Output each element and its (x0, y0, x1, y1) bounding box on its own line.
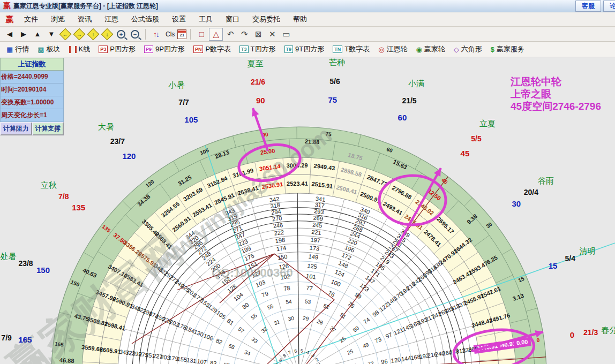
pan-left-icon[interactable]: ← (59, 28, 72, 40)
tool-hexagon[interactable]: ◇六角形 (449, 43, 486, 55)
titlebar-button-forum[interactable]: 论坛 (603, 1, 615, 12)
axis-degree-label: 120 (122, 151, 136, 161)
menu-窗口[interactable]: 窗口 (219, 13, 246, 26)
solar-term-date: 23/7 (110, 137, 125, 146)
tool-quotes[interactable]: ▦行情 (2, 43, 33, 55)
integer-value: 54 (286, 298, 292, 305)
integer-value: 347 (119, 348, 130, 356)
gann-wheel-canvas: 01530456075901051201351501653.136.259.38… (0, 57, 615, 364)
solar-term-date: 21/3 (583, 328, 598, 337)
draw-arc-ccw-icon[interactable]: ↶ (224, 28, 237, 40)
tool-gann-wheel[interactable]: ◎江恩轮 (374, 43, 411, 55)
tool-9p-square[interactable]: P99P四方形 (140, 43, 189, 55)
draw-arc-cw-icon[interactable]: ↷ (238, 28, 251, 40)
zoom-out-icon[interactable]: − (131, 30, 139, 39)
menu-items: 文件浏览资讯江恩公式选股设置工具窗口交易委托帮助 (18, 13, 313, 26)
solar-term-date: 7/8 (58, 192, 69, 201)
calendar-tool-icon[interactable]: 21 (177, 29, 186, 39)
tool-label: P数字表 (205, 44, 231, 54)
menu-文件[interactable]: 文件 (18, 13, 44, 26)
menu-设置[interactable]: 设置 (166, 13, 192, 26)
integer-value: 198 (275, 237, 286, 244)
tool-p-number-table[interactable]: PNP数字表 (189, 43, 235, 55)
tool-label: T数字表 (344, 44, 370, 54)
solar-term-date: 7/9 (1, 333, 12, 342)
titlebar-button-service[interactable]: 客服 (575, 1, 601, 12)
tool-bar: ◀▶▲▼←→↑↓+−↑↓Cls21□△↶↷⊠✕▭ (0, 27, 615, 42)
cls-tool-icon[interactable]: Cls (164, 28, 176, 40)
tool-t-number-table[interactable]: TNT数字表 (328, 43, 374, 55)
solar-term-date: 21/6 (251, 78, 265, 86)
menu-公式选股[interactable]: 公式选股 (125, 13, 166, 26)
menu-工具[interactable]: 工具 (192, 13, 219, 26)
integer-value: 269 (313, 214, 324, 222)
draw-boxed-x-icon[interactable]: ⊠ (252, 28, 265, 40)
tool-t-square[interactable]: T3T四方形 (235, 43, 280, 55)
tool-sectors[interactable]: ▩板块 (33, 43, 64, 55)
calc-resistance-button[interactable]: 计算阻力 (0, 122, 32, 135)
solar-term-label: 小暑 (168, 80, 184, 89)
menu-浏览[interactable]: 浏览 (44, 13, 71, 26)
tool-kline[interactable]: K线 (65, 43, 95, 55)
solar-term-label: 清明 (580, 246, 596, 255)
integer-value: 174 (276, 245, 287, 252)
menu-江恩[interactable]: 江恩 (98, 13, 125, 26)
app-logo-icon: 赢 (3, 1, 11, 11)
pan-right-icon[interactable]: → (73, 28, 86, 40)
watermark: QQ:100800360 (212, 266, 293, 279)
integer-value: 293 (313, 208, 324, 215)
tool-9t-square[interactable]: T99T四方形 (280, 43, 329, 55)
9p-square-icon: P9 (144, 46, 153, 53)
solar-term-label: 立夏 (479, 119, 496, 128)
tool-label: 赢家轮 (424, 44, 445, 54)
menu-资讯[interactable]: 资讯 (71, 13, 98, 26)
instrument-params: 价格=2440.9099时间=20190104变换系数=1.00000周天变化步… (0, 71, 64, 122)
integer-value: 341 (315, 195, 326, 203)
axis-degree-label: 135 (72, 203, 85, 212)
scale-up-icon[interactable]: ▲ (31, 28, 44, 40)
pan-up-icon[interactable]: ↑ (87, 28, 100, 40)
calc-buttons: 计算阻力计算支撑 (0, 122, 64, 135)
param-row: 时间=20190104 (0, 84, 64, 96)
window-title: 赢家江恩专业版[赢家服务平台] - [上证指数 江恩轮] (13, 2, 158, 11)
tool-label: 9P四方形 (155, 44, 185, 54)
integer-value: 59 (223, 362, 230, 364)
solar-term-date: 21/5 (402, 96, 416, 105)
scale-down-icon[interactable]: ▼ (45, 28, 58, 40)
solar-term-label: 大暑 (98, 122, 114, 131)
tool-label: 江恩轮 (387, 44, 408, 54)
integer-value: 29 (303, 315, 310, 322)
tool-p-square[interactable]: P3P四方形 (94, 43, 140, 55)
9t-square-icon: T9 (284, 46, 294, 53)
nav-forward-icon[interactable]: ▶ (17, 28, 30, 40)
solar-term-label: 处暑 (1, 252, 17, 261)
solar-term-date: 5/4 (565, 254, 576, 263)
tool-label: 赢家服务 (497, 44, 524, 54)
integer-value: 270 (272, 215, 282, 222)
sectors-icon: ▩ (38, 46, 44, 54)
draw-triangle-icon[interactable]: △ (209, 28, 223, 41)
integer-value: 342 (269, 195, 280, 203)
nav-back-icon[interactable]: ◀ (3, 28, 16, 40)
quotes-icon: ▦ (6, 46, 13, 54)
tool-label: P四方形 (110, 44, 136, 54)
calc-support-button[interactable]: 计算支撑 (32, 122, 64, 135)
integer-value: 96 (380, 358, 388, 364)
hexagon-icon: ◇ (454, 46, 459, 54)
integer-value: 150 (277, 253, 288, 261)
titlebar-buttons: 客服论坛 (575, 1, 615, 12)
tool-winner-wheel[interactable]: ◉赢家轮 (412, 43, 449, 55)
clear-drawings-icon[interactable]: ▭ (280, 28, 292, 40)
zoom-in-icon[interactable]: + (117, 30, 125, 39)
menu-帮助[interactable]: 帮助 (287, 13, 313, 26)
draw-rectangle-icon[interactable]: □ (195, 28, 208, 40)
tool-winner-service[interactable]: $赢家服务 (486, 43, 529, 55)
pan-down-icon[interactable]: ↓ (101, 28, 114, 40)
draw-cross-marker-icon[interactable]: ✕ (266, 28, 279, 40)
menu-交易委托[interactable]: 交易委托 (246, 13, 287, 26)
tool-label: 9T四方形 (295, 44, 324, 54)
integer-value: 246 (273, 222, 283, 229)
function-bar: ▦行情▩板块K线P3P四方形P99P四方形PNP数字表T3T四方形T99T四方形… (0, 42, 615, 57)
axis-degree-label: 105 (184, 115, 198, 124)
updown-marker-icon[interactable]: ↑↓ (150, 28, 163, 40)
